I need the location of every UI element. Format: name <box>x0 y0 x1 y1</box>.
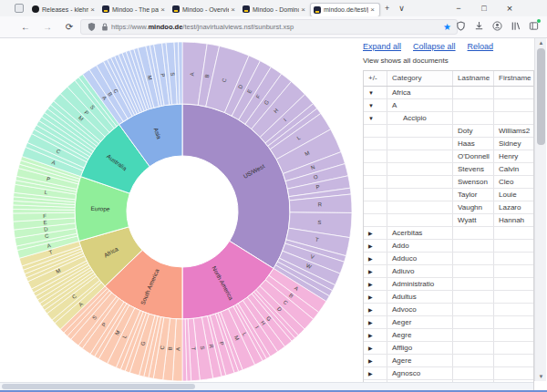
scroll-down-arrow-icon[interactable]: ▼ <box>535 372 547 381</box>
twisty-closed-icon[interactable]: ▶ <box>368 346 373 351</box>
table-row-category-advoco[interactable]: ▶Advoco <box>364 304 533 316</box>
address-bar[interactable]: https://www.mindoo.de/test/jnavirtualvie… <box>80 19 458 35</box>
browser-tab-mindoo-the-pain-of-readi[interactable]: Mindoo - The pain of readi× <box>99 3 170 16</box>
twisty-cell[interactable]: ▶ <box>364 342 387 354</box>
browser-tab-mindoo-de-test-jnavirtualv[interactable]: mindoo.de/test/jnavirtualv× <box>310 3 380 16</box>
table-row-person[interactable]: O'DonnellHenry <box>364 150 533 163</box>
twisty-cell[interactable]: ▶ <box>364 329 387 341</box>
tab-list-button[interactable]: ∨ <box>394 4 409 13</box>
window-close-button[interactable]: × <box>500 0 520 16</box>
table-row-person[interactable]: HaasSidney <box>364 138 533 150</box>
reload-link[interactable]: Reload <box>468 42 494 51</box>
sidebar-icon[interactable] <box>528 20 540 32</box>
table-row-category-adultus[interactable]: ▶Adultus <box>364 291 533 304</box>
twisty-closed-icon[interactable]: ▶ <box>368 243 373 249</box>
twisty-closed-icon[interactable]: ▶ <box>368 320 373 325</box>
forward-button[interactable]: → <box>40 20 55 35</box>
slice-letter-label: E <box>43 220 47 225</box>
twisty-closed-icon[interactable]: ▶ <box>368 269 373 274</box>
tab-close-icon[interactable]: × <box>159 5 167 14</box>
twisty-cell[interactable]: ▶ <box>364 316 387 328</box>
category-cell <box>387 163 453 175</box>
twisty-cell[interactable]: ▼ <box>364 99 387 111</box>
expand-all-link[interactable]: Expand all <box>363 42 401 51</box>
browser-tab-mindoo-domino-jna-virt[interactable]: Mindoo - Domino JNA Virt× <box>240 3 310 16</box>
bookmark-star-icon[interactable]: ★ <box>443 23 451 32</box>
twisty-closed-icon[interactable]: ▶ <box>368 256 373 262</box>
lastname-cell: Doty <box>453 125 494 137</box>
table-row-category-aegre[interactable]: ▶Aegre <box>364 329 533 342</box>
twisty-cell[interactable]: ▶ <box>364 355 387 366</box>
twisty-open-icon[interactable]: ▼ <box>368 116 374 121</box>
twisty-cell[interactable]: ▶ <box>364 291 387 303</box>
notification-dot <box>537 19 541 23</box>
tab-close-icon[interactable]: × <box>368 5 377 14</box>
category-cell: Aeger <box>387 316 453 328</box>
table-row-category-agere[interactable]: ▶Agere <box>364 355 533 367</box>
vertical-scrollbar-thumb[interactable] <box>537 48 545 145</box>
account-icon[interactable] <box>491 20 503 32</box>
tracking-protection-shield-icon[interactable] <box>88 23 96 31</box>
table-row-person[interactable]: DotyWilliams2 <box>364 125 533 138</box>
table-row-person[interactable]: VaughnLazaro <box>364 201 533 214</box>
shield-icon[interactable] <box>455 20 467 32</box>
twisty-closed-icon[interactable]: ▶ <box>368 333 373 338</box>
column-header-firstname[interactable]: Firstname <box>494 71 535 86</box>
browser-tab-releases-klehmann-domin[interactable]: Releases - klehmann/domin× <box>29 3 99 16</box>
column-header--[interactable]: +/- <box>364 71 387 86</box>
table-row-category-affligo[interactable]: ▶Affligo <box>364 342 533 355</box>
table-row-person[interactable]: TaylorLouie <box>364 189 533 201</box>
minimize-button[interactable]: − <box>449 0 469 16</box>
table-row-category-africa[interactable]: ▼Africa <box>364 87 533 99</box>
twisty-cell[interactable]: ▶ <box>364 304 387 315</box>
horizontal-scrollbar-thumb[interactable] <box>2 384 195 389</box>
twisty-closed-icon[interactable]: ▶ <box>368 371 373 377</box>
reload-button[interactable]: ⟳ <box>62 20 77 35</box>
twisty-cell[interactable]: ▶ <box>364 240 387 252</box>
new-tab-button[interactable]: + <box>380 4 394 13</box>
twisty-open-icon[interactable]: ▼ <box>368 90 374 96</box>
back-button[interactable]: ← <box>18 20 33 35</box>
table-row-category-aeger[interactable]: ▶Aeger <box>364 316 533 329</box>
lastname-cell <box>453 342 494 354</box>
table-row-category-acerbitas[interactable]: ▶Acerbitas <box>364 227 533 240</box>
table-row-category-accipio[interactable]: ▼Accipio <box>364 112 533 125</box>
sunburst-chart: ABCDEFGHILMNOPRSTVWUS/WestABCDGHILMPRSTN… <box>11 39 356 386</box>
twisty-cell[interactable]: ▼ <box>364 112 387 124</box>
table-row-person[interactable]: SwensonCleo <box>364 176 533 189</box>
column-header-lastname[interactable]: Lastname <box>453 71 494 86</box>
table-row-category-adiuvo[interactable]: ▶Adiuvo <box>364 265 533 278</box>
table-row-person[interactable]: WyattHannah <box>364 214 533 227</box>
browser-tab-mindoo-overview-of-dom[interactable]: Mindoo - Overview of Dom× <box>170 3 240 16</box>
column-header-category[interactable]: Category <box>387 71 453 86</box>
twisty-closed-icon[interactable]: ▶ <box>368 231 373 236</box>
tab-close-icon[interactable]: × <box>299 5 307 14</box>
table-row-person[interactable]: StevensCalvin <box>364 163 533 176</box>
twisty-open-icon[interactable]: ▼ <box>368 103 374 108</box>
table-row-category-agnosco[interactable]: ▶Agnosco <box>364 367 533 380</box>
twisty-closed-icon[interactable]: ▶ <box>368 358 373 364</box>
maximize-button[interactable]: □ <box>474 0 494 16</box>
vertical-scrollbar[interactable]: ▲ ▼ <box>534 38 546 381</box>
twisty-closed-icon[interactable]: ▶ <box>368 307 373 313</box>
table-row-category-adduco[interactable]: ▶Adduco <box>364 253 533 265</box>
lastname-cell <box>453 355 494 366</box>
twisty-cell[interactable]: ▶ <box>364 253 387 264</box>
twisty-cell[interactable]: ▶ <box>364 278 387 290</box>
table-row-category-a[interactable]: ▼A <box>364 99 533 112</box>
table-row-category-addo[interactable]: ▶Addo <box>364 240 533 253</box>
twisty-cell[interactable]: ▼ <box>364 87 387 98</box>
download-icon[interactable] <box>473 20 485 32</box>
collapse-all-link[interactable]: Collapse all <box>413 42 456 51</box>
table-row-category-administratio[interactable]: ▶Administratio <box>364 278 533 291</box>
twisty-closed-icon[interactable]: ▶ <box>368 282 373 287</box>
twisty-cell[interactable]: ▶ <box>364 265 387 277</box>
horizontal-scrollbar[interactable] <box>0 382 533 390</box>
tab-close-icon[interactable]: × <box>229 5 237 14</box>
tab-close-icon[interactable]: × <box>88 5 97 14</box>
twisty-closed-icon[interactable]: ▶ <box>368 294 373 300</box>
scroll-up-arrow-icon[interactable]: ▲ <box>535 38 547 47</box>
twisty-cell[interactable]: ▶ <box>364 367 387 379</box>
twisty-cell[interactable]: ▶ <box>364 227 387 239</box>
library-icon[interactable] <box>510 20 521 32</box>
